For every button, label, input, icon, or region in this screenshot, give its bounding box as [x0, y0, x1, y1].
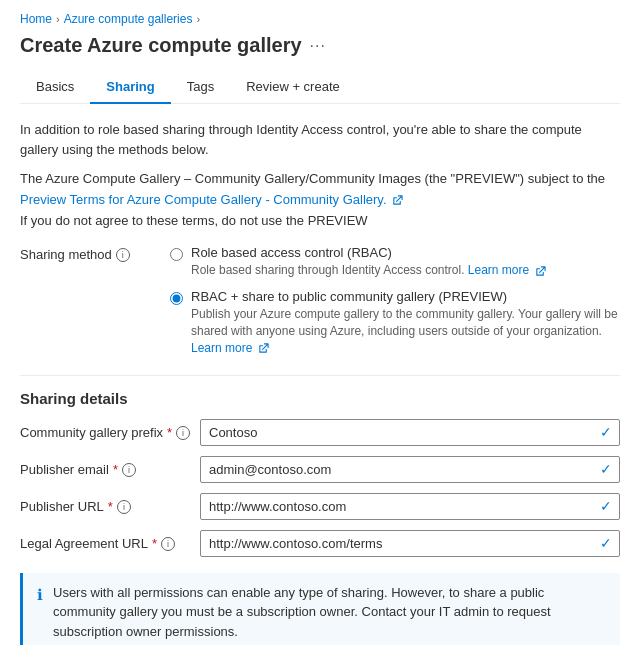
legal-check-icon: ✓	[600, 535, 612, 551]
divider	[20, 375, 620, 376]
form-row-email: Publisher email * i ✓	[20, 456, 620, 483]
url-input[interactable]	[200, 493, 620, 520]
required-star-prefix: *	[167, 425, 172, 440]
url-check-icon: ✓	[600, 498, 612, 514]
info-box-text: Users with all permissions can enable an…	[53, 583, 606, 642]
required-star-url: *	[108, 499, 113, 514]
breadcrumb-separator2: ›	[196, 13, 200, 25]
sharing-details-header: Sharing details	[20, 390, 620, 407]
prefix-input-wrapper: ✓	[200, 419, 620, 446]
terms-line2: If you do not agree to these terms, do n…	[20, 213, 368, 228]
radio-option-rbac: Role based access control (RBAC) Role ba…	[170, 245, 620, 279]
terms-line1: The Azure Compute Gallery – Community Ga…	[20, 171, 605, 186]
radio-option-community: RBAC + share to public community gallery…	[170, 289, 620, 356]
form-label-url-text: Publisher URL	[20, 499, 104, 514]
more-icon[interactable]: ···	[310, 37, 326, 55]
email-check-icon: ✓	[600, 461, 612, 477]
info-box: ℹ Users with all permissions can enable …	[20, 573, 620, 645]
radio-community-sublabel: Publish your Azure compute gallery to th…	[191, 306, 620, 356]
prefix-info-icon[interactable]: i	[176, 426, 190, 440]
breadcrumb: Home › Azure compute galleries ›	[20, 12, 620, 26]
email-input-wrapper: ✓	[200, 456, 620, 483]
tab-sharing[interactable]: Sharing	[90, 71, 170, 104]
tab-basics[interactable]: Basics	[20, 71, 90, 104]
legal-input-wrapper: ✓	[200, 530, 620, 557]
radio-rbac-sublabel: Role based sharing through Identity Acce…	[191, 262, 546, 279]
required-star-email: *	[113, 462, 118, 477]
form-label-prefix: Community gallery prefix * i	[20, 425, 200, 440]
tab-tags[interactable]: Tags	[171, 71, 230, 104]
prefix-input[interactable]	[200, 419, 620, 446]
page-container: Home › Azure compute galleries › Create …	[0, 0, 640, 645]
url-input-wrapper: ✓	[200, 493, 620, 520]
form-row-url: Publisher URL * i ✓	[20, 493, 620, 520]
form-label-legal: Legal Agreement URL * i	[20, 536, 200, 551]
form-label-url: Publisher URL * i	[20, 499, 200, 514]
form-row-prefix: Community gallery prefix * i ✓	[20, 419, 620, 446]
radio-community[interactable]	[170, 292, 183, 305]
terms-link1[interactable]: Preview Terms for Azure Compute Gallery …	[20, 192, 387, 207]
rbac-ext-link-icon	[535, 266, 546, 277]
radio-options: Role based access control (RBAC) Role ba…	[170, 245, 620, 356]
form-label-email: Publisher email * i	[20, 462, 200, 477]
breadcrumb-separator1: ›	[56, 13, 60, 25]
sharing-method-section: Sharing method i Role based access contr…	[20, 245, 620, 356]
form-label-email-text: Publisher email	[20, 462, 109, 477]
email-input[interactable]	[200, 456, 620, 483]
prefix-check-icon: ✓	[600, 424, 612, 440]
page-title-row: Create Azure compute gallery ···	[20, 34, 620, 57]
sharing-method-text: Sharing method	[20, 247, 112, 262]
external-link-icon	[392, 195, 403, 206]
sharing-details-section: Sharing details Community gallery prefix…	[20, 390, 620, 557]
tab-review-create[interactable]: Review + create	[230, 71, 356, 104]
rbac-learn-more-link[interactable]: Learn more	[468, 263, 529, 277]
radio-community-label: RBAC + share to public community gallery…	[191, 289, 620, 304]
email-info-icon[interactable]: i	[122, 463, 136, 477]
form-row-legal: Legal Agreement URL * i ✓	[20, 530, 620, 557]
description-text: In addition to role based sharing throug…	[20, 120, 620, 159]
radio-community-content: RBAC + share to public community gallery…	[191, 289, 620, 356]
community-ext-link-icon	[258, 343, 269, 354]
terms-text: The Azure Compute Gallery – Community Ga…	[20, 169, 620, 231]
required-star-legal: *	[152, 536, 157, 551]
page-title: Create Azure compute gallery	[20, 34, 302, 57]
legal-info-icon[interactable]: i	[161, 537, 175, 551]
url-info-icon[interactable]: i	[117, 500, 131, 514]
legal-input[interactable]	[200, 530, 620, 557]
info-box-icon: ℹ	[37, 584, 43, 607]
breadcrumb-parent[interactable]: Azure compute galleries	[64, 12, 193, 26]
radio-rbac-label: Role based access control (RBAC)	[191, 245, 546, 260]
radio-rbac[interactable]	[170, 248, 183, 261]
community-learn-more-link[interactable]: Learn more	[191, 341, 252, 355]
radio-rbac-content: Role based access control (RBAC) Role ba…	[191, 245, 546, 279]
tabs-bar: Basics Sharing Tags Review + create	[20, 71, 620, 104]
breadcrumb-home[interactable]: Home	[20, 12, 52, 26]
sharing-method-info-icon[interactable]: i	[116, 248, 130, 262]
sharing-method-label: Sharing method i	[20, 245, 170, 356]
form-label-legal-text: Legal Agreement URL	[20, 536, 148, 551]
form-label-prefix-text: Community gallery prefix	[20, 425, 163, 440]
